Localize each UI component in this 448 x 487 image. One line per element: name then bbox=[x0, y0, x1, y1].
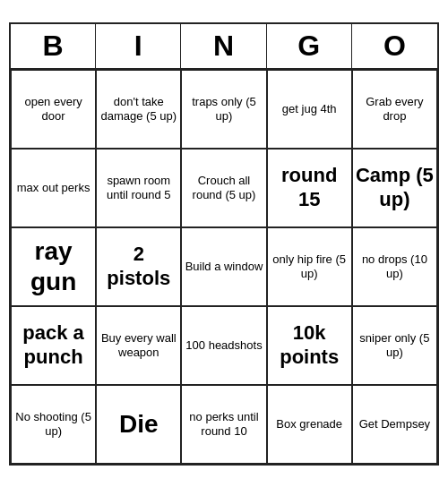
bingo-cell[interactable]: round 15 bbox=[267, 149, 352, 227]
bingo-cell[interactable]: Crouch all round (5 up) bbox=[181, 149, 266, 227]
header-letter: O bbox=[352, 24, 437, 68]
bingo-cell[interactable]: only hip fire (5 up) bbox=[267, 227, 352, 306]
bingo-header: BINGO bbox=[11, 24, 437, 70]
bingo-cell[interactable]: open every door bbox=[11, 70, 96, 149]
bingo-cell[interactable]: ray gun bbox=[11, 227, 96, 306]
bingo-cell[interactable]: no drops (10 up) bbox=[352, 227, 437, 306]
bingo-cell[interactable]: No shooting (5 up) bbox=[11, 385, 96, 464]
bingo-cell[interactable]: get jug 4th bbox=[267, 70, 352, 149]
bingo-cell[interactable]: 10k points bbox=[267, 306, 352, 385]
bingo-cell[interactable]: traps only (5 up) bbox=[181, 70, 266, 149]
bingo-cell[interactable]: Die bbox=[96, 385, 181, 464]
bingo-cell[interactable]: sniper only (5 up) bbox=[352, 306, 437, 385]
header-letter: N bbox=[181, 24, 266, 68]
bingo-cell[interactable]: max out perks bbox=[11, 149, 96, 227]
bingo-cell[interactable]: 100 headshots bbox=[181, 306, 266, 385]
bingo-cell[interactable]: Build a window bbox=[181, 227, 266, 306]
bingo-cell[interactable]: pack a punch bbox=[11, 306, 96, 385]
bingo-cell[interactable]: Grab every drop bbox=[352, 70, 437, 149]
bingo-card: BINGO open every doordon't take damage (… bbox=[9, 22, 439, 466]
bingo-cell[interactable]: no perks until round 10 bbox=[181, 385, 266, 464]
bingo-cell[interactable]: spawn room until round 5 bbox=[96, 149, 181, 227]
header-letter: B bbox=[11, 24, 96, 68]
header-letter: I bbox=[96, 24, 181, 68]
bingo-grid: open every doordon't take damage (5 up)t… bbox=[11, 70, 437, 464]
bingo-cell[interactable]: Buy every wall weapon bbox=[96, 306, 181, 385]
bingo-cell[interactable]: Camp (5 up) bbox=[352, 149, 437, 227]
bingo-cell[interactable]: don't take damage (5 up) bbox=[96, 70, 181, 149]
bingo-cell[interactable]: Get Dempsey bbox=[352, 385, 437, 464]
header-letter: G bbox=[267, 24, 352, 68]
bingo-cell[interactable]: 2 pistols bbox=[96, 227, 181, 306]
bingo-cell[interactable]: Box grenade bbox=[267, 385, 352, 464]
